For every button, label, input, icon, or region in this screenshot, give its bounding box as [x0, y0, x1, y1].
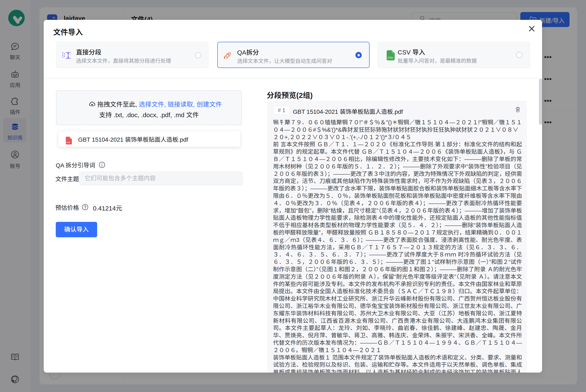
svg-text:PDF: PDF [66, 141, 71, 144]
svg-text:CSV: CSV [387, 56, 393, 59]
